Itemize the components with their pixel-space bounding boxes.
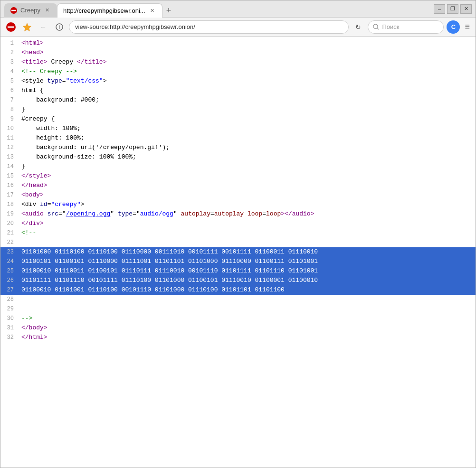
line-number: 11 [0,133,19,143]
line-number: 31 [0,323,19,333]
info-button[interactable]: i [53,20,66,34]
source-line: 4<!-- Creepy --> [0,67,476,76]
line-content: <head> [19,48,476,57]
source-line: 7 background: #000; [0,95,476,105]
line-content: <!-- Creepy --> [19,67,476,76]
source-line: 2501100010 01110011 01100101 01110111 01… [0,266,476,276]
line-content: </style> [19,171,476,181]
source-line: 11 height: 100%; [0,133,476,143]
source-line: 5<style type="text/css"> [0,76,476,86]
line-content: <div id="creepy"> [19,200,476,209]
source-line: 2601101111 01101110 00101111 01110100 01… [0,276,476,285]
line-content: </head> [19,181,476,190]
source-line: 31</body> [0,323,476,333]
line-content: <!-- [19,228,476,238]
source-line: 18<div id="creepy"> [0,200,476,209]
menu-button[interactable]: ≡ [463,20,472,34]
search-placeholder: Поиск [382,23,399,30]
source-line: 8} [0,105,476,114]
source-line: 22 [0,238,476,247]
line-number: 15 [0,171,19,181]
line-content [19,238,476,247]
line-number: 10 [0,124,19,133]
line-number: 3 [0,57,19,67]
line-content: </html> [19,333,476,342]
source-line: 10 width: 100%; [0,124,476,133]
svg-marker-4 [23,23,31,31]
tab-creepy-close[interactable]: ✕ [43,6,51,14]
line-content: background: #000; [19,95,476,105]
line-content: 01101000 01110100 01110100 01110000 0011… [19,247,476,257]
line-content: 01100010 01101001 01110100 00101110 0110… [19,285,476,295]
source-line: 12 background: url('/creepy/open.gif'); [0,143,476,152]
new-tab-button[interactable]: + [162,4,175,18]
line-content: background-size: 100% 100%; [19,152,476,162]
line-content: 01100010 01110011 01100101 01110111 0111… [19,266,476,276]
source-line: 13 background-size: 100% 100%; [0,152,476,162]
tab-source-label: http://creepymhpgibsewr.oni... [63,7,145,14]
search-icon [373,24,379,30]
line-number: 23 [0,247,19,257]
tab-creepy[interactable]: Creepy ✕ [4,3,57,18]
source-line: 3<title> Creepy </title> [0,57,476,67]
line-number: 5 [0,76,19,86]
line-number: 18 [0,200,19,209]
line-number: 12 [0,143,19,152]
url-text: view-source:http://creepymhpgibsewr.onio… [75,23,195,30]
source-line: 16</head> [0,181,476,190]
line-number: 25 [0,266,19,276]
source-line: 2<head> [0,48,476,57]
line-number: 24 [0,257,19,266]
title-bar: Creepy ✕ http://creepymhpgibsewr.oni... … [0,0,476,18]
source-line: 30--> [0,314,476,323]
src-link[interactable]: /opening.ogg [66,210,111,217]
line-content: --> [19,314,476,323]
line-number: 29 [0,304,19,314]
tab-source[interactable]: http://creepymhpgibsewr.oni... ✕ [57,3,162,18]
svg-line-8 [377,28,379,30]
refresh-button[interactable]: ↻ [352,20,365,34]
close-button[interactable]: ✕ [460,4,472,14]
line-number: 27 [0,285,19,295]
line-number: 4 [0,67,19,76]
line-content [19,304,476,314]
source-line: 9#creepy { [0,114,476,124]
line-number: 28 [0,295,19,304]
line-content: html { [19,86,476,95]
line-content: <body> [19,190,476,200]
line-content: width: 100%; [19,124,476,133]
line-number: 6 [0,86,19,95]
line-content [19,295,476,304]
line-number: 2 [0,48,19,57]
line-content: <title> Creepy </title> [19,57,476,67]
minimize-button[interactable]: – [434,4,445,14]
url-bar[interactable]: view-source:http://creepymhpgibsewr.onio… [69,20,349,34]
profile-button[interactable]: С [447,20,460,34]
source-view: 1<html>2<head>3<title> Creepy </title>4<… [0,37,476,468]
restore-button[interactable]: ❐ [447,4,458,14]
line-content: <html> [19,38,476,48]
line-number: 13 [0,152,19,162]
source-line: 19<audio src="/opening.ogg" type="audio/… [0,209,476,219]
line-number: 9 [0,114,19,124]
search-bar[interactable]: Поиск [368,20,444,34]
source-line: 20</div> [0,219,476,228]
source-line: 2301101000 01110100 01110100 01110000 00… [0,247,476,257]
line-content: } [19,105,476,114]
line-number: 32 [0,333,19,342]
blocked-icon [4,20,18,34]
line-number: 22 [0,238,19,247]
source-line: 29 [0,304,476,314]
back-button[interactable]: ← [37,20,50,34]
svg-text:i: i [59,25,60,30]
line-number: 8 [0,105,19,114]
tab-source-close[interactable]: ✕ [148,7,156,15]
source-line: 32</html> [0,333,476,342]
line-content: 01101111 01101110 00101111 01110100 0110… [19,276,476,285]
line-content: 01100101 01100101 01110000 01111001 0110… [19,257,476,266]
source-line: 2401100101 01100101 01110000 01111001 01… [0,257,476,266]
line-number: 19 [0,209,19,219]
bookmark-icon[interactable] [20,20,34,34]
address-bar: ← i view-source:http://creepymhpgibsewr.… [0,18,476,37]
window-controls: – ❐ ✕ [434,4,472,14]
